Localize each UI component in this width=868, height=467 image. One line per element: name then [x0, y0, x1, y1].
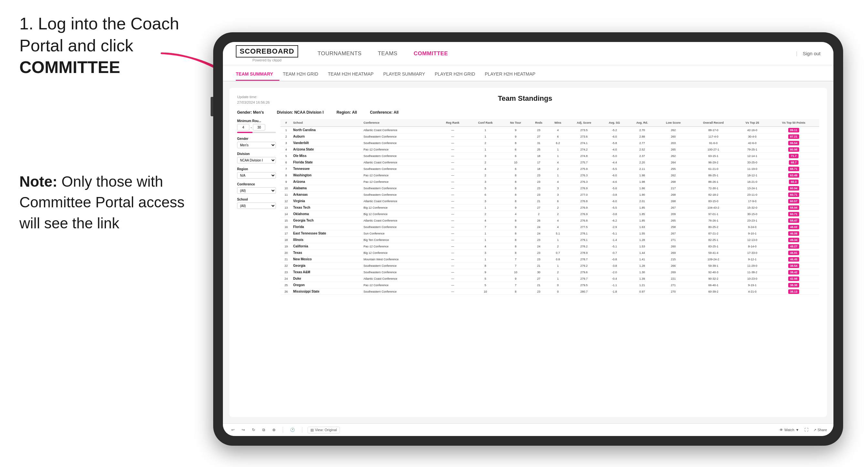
cell-vs-top25: 23-11-0: [737, 191, 769, 198]
cell-reg-rank: —: [437, 153, 468, 159]
nav-items: TOURNAMENTS TEAMS COMMITTEE: [317, 49, 796, 58]
filters-row: Gender: Men's Division: NCAA Division I …: [237, 110, 819, 115]
cell-wins: 6: [549, 133, 567, 140]
min-rounds-slider[interactable]: [237, 132, 276, 133]
tablet-frame: SCOREBOARD Powered by clippd TOURNAMENTS…: [213, 32, 843, 446]
col-no-tour: No Tour: [502, 119, 529, 127]
undo-btn[interactable]: ↩: [229, 426, 237, 433]
cell-low-score: 267: [656, 230, 690, 237]
table-row: 24 Duke Atlantic Coast Conference — 5 9 …: [280, 276, 819, 282]
watch-btn[interactable]: 👁 Watch ▼: [779, 428, 799, 432]
cell-wins: 2: [549, 205, 567, 211]
cell-points: 42.98: [768, 276, 819, 282]
cell-wins: 3: [549, 185, 567, 191]
data-table-container: # School Conference Reg Rank Conf Rank N…: [280, 119, 819, 403]
cell-overall: 117-4-0: [690, 133, 736, 140]
cell-rank: 25: [280, 282, 292, 288]
cell-vs-top25: 12-14-1: [737, 153, 769, 159]
share-btn[interactable]: ↗ Share: [813, 428, 827, 432]
cell-no-tour: 6: [502, 146, 529, 153]
division-sidebar-select[interactable]: NCAA Division I: [237, 157, 276, 163]
cell-points: 89.11: [768, 127, 819, 133]
nav-committee[interactable]: COMMITTEE: [413, 49, 448, 58]
sub-nav-player-h2h-heatmap[interactable]: PLAYER H2H HEATMAP: [485, 68, 542, 81]
cell-points: 71.7: [768, 153, 819, 159]
cell-adj-score: 278.9: [567, 250, 601, 256]
cell-conf-rank: 6: [468, 191, 502, 198]
cell-rank: 19: [280, 243, 292, 250]
school-sidebar-select[interactable]: (All): [237, 203, 276, 209]
cell-school: Georgia Tech: [292, 217, 363, 224]
tablet-screen: SCOREBOARD Powered by clippd TOURNAMENTS…: [223, 42, 833, 436]
sub-nav-player-h2h-grid[interactable]: PLAYER H2H GRID: [435, 68, 482, 81]
col-low-score: Low Score: [656, 119, 690, 127]
cell-no-tour: 9: [502, 224, 529, 230]
sub-nav-team-summary[interactable]: TEAM SUMMARY: [236, 68, 279, 81]
cell-adj-score: 279.5: [567, 282, 601, 288]
cell-rnds: 23: [529, 179, 549, 185]
cell-conf-rank: 1: [468, 237, 502, 243]
cell-reg-rank: —: [437, 198, 468, 205]
cell-conference: Pac-12 Conference: [362, 243, 437, 250]
cell-avg-sg: -6.0: [601, 198, 628, 205]
table-row: 11 Arkansas Southeastern Conference — 6 …: [280, 191, 819, 198]
cell-avg-rd: 1.39: [628, 276, 656, 282]
sub-nav-player-summary[interactable]: PLAYER SUMMARY: [383, 68, 431, 81]
table-row: 13 Texas Tech Big 12 Conference — 1 9 27…: [280, 205, 819, 211]
cell-vs-top25: 30-15-0: [737, 211, 769, 217]
cell-avg-rd: 1.30: [628, 269, 656, 276]
sign-out-link[interactable]: Sign out: [803, 51, 820, 56]
cell-conference: Southeastern Conference: [362, 191, 437, 198]
sub-nav-team-h2h-grid[interactable]: TEAM H2H GRID: [283, 68, 324, 81]
cell-wins: 1: [549, 172, 567, 179]
refresh-btn[interactable]: ↻: [250, 426, 257, 433]
redo-btn[interactable]: ↪: [240, 426, 247, 433]
paste-btn[interactable]: ⊕: [270, 426, 278, 433]
cell-wins: 2: [549, 211, 567, 217]
gender-sidebar-select[interactable]: Men's: [237, 142, 276, 148]
cell-rank: 5: [280, 153, 292, 159]
clock-btn[interactable]: 🕐: [288, 426, 297, 433]
cell-rnds: 23: [529, 250, 549, 256]
cell-rnds: 21: [529, 282, 549, 288]
cell-avg-sg: -0.7: [601, 250, 628, 256]
copy-btn[interactable]: ⧉: [260, 426, 267, 433]
cell-avg-rd: 2.77: [628, 140, 656, 146]
cell-conf-rank: 1: [468, 256, 502, 262]
cell-avg-sg: -5.8: [601, 140, 628, 146]
col-conference: Conference: [362, 119, 437, 127]
nav-tournaments[interactable]: TOURNAMENTS: [317, 49, 362, 58]
cell-conf-rank: 1: [468, 146, 502, 153]
cell-adj-score: 273.5: [567, 127, 601, 133]
cell-avg-rd: 2.11: [628, 166, 656, 172]
min-rounds-to[interactable]: [253, 124, 265, 130]
cell-rank: 4: [280, 146, 292, 153]
cell-adj-score: 280.7: [567, 288, 601, 295]
sidebar-filters: Minimum Rou... -: [237, 119, 276, 403]
cell-wins: 6.2: [549, 140, 567, 146]
min-rounds-from[interactable]: [237, 124, 249, 130]
cell-avg-rd: 1.41: [628, 256, 656, 262]
cell-reg-rank: —: [437, 140, 468, 146]
table-row: 3 Vanderbilt Southeastern Conference — 2…: [280, 140, 819, 146]
table-row: 7 Tennessee Southeastern Conference — 4 …: [280, 166, 819, 172]
cell-avg-sg: -0.4: [601, 276, 628, 282]
expand-btn[interactable]: ⛶: [802, 426, 810, 433]
cell-avg-rd: 1.53: [628, 243, 656, 250]
logo-powered: Powered by clippd: [253, 58, 282, 62]
conference-sidebar-select[interactable]: (All): [237, 187, 276, 194]
min-rounds-slider-fill: [237, 132, 253, 133]
region-sidebar-select[interactable]: N/A: [237, 172, 276, 179]
nav-teams[interactable]: TEAMS: [378, 49, 397, 58]
cell-points: 60.71: [768, 191, 819, 198]
cell-low-score: 270: [656, 288, 690, 295]
cell-avg-rd: 1.85: [628, 211, 656, 217]
cell-low-score: 262: [656, 153, 690, 159]
cell-school: Arizona: [292, 179, 363, 185]
table-row: 17 East Tennessee State Sun Conference —…: [280, 230, 819, 237]
cell-rnds: 25: [529, 146, 549, 153]
logo-block: SCOREBOARD Powered by clippd: [236, 45, 298, 62]
view-original-btn[interactable]: ▤ View: Original: [308, 427, 340, 433]
sub-nav-team-h2h-heatmap[interactable]: TEAM H2H HEATMAP: [328, 68, 380, 81]
cell-avg-sg: -3.8: [601, 262, 628, 269]
